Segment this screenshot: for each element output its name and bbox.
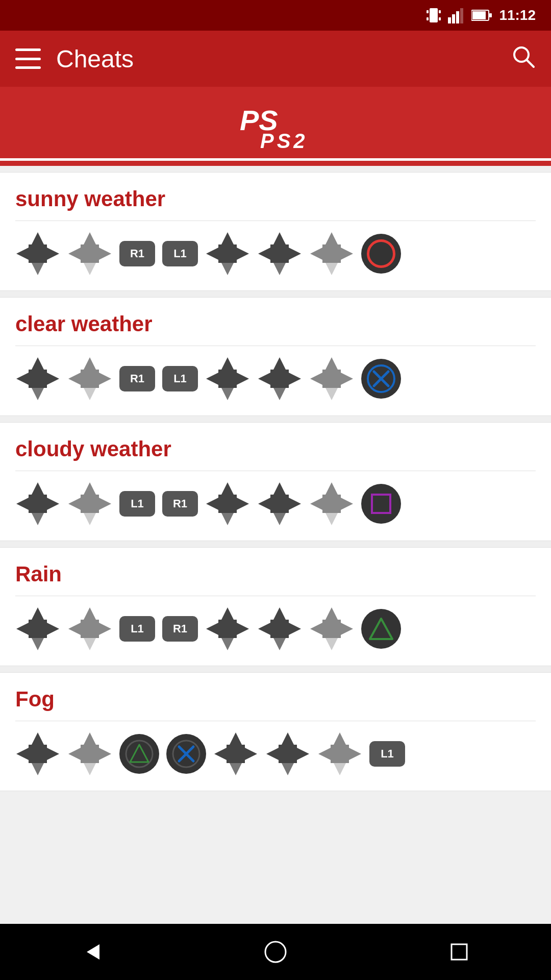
svg-rect-112 xyxy=(218,620,237,638)
dpad-icon-1 xyxy=(15,356,60,401)
l1-button: L1 xyxy=(162,366,198,391)
svg-marker-89 xyxy=(289,498,301,510)
svg-marker-36 xyxy=(289,248,301,260)
svg-marker-115 xyxy=(258,623,270,635)
svg-marker-77 xyxy=(84,513,96,525)
svg-marker-51 xyxy=(99,373,111,385)
svg-rect-5 xyxy=(448,17,451,23)
dpad-icon-3 xyxy=(205,231,250,276)
svg-marker-149 xyxy=(334,732,346,745)
svg-marker-50 xyxy=(68,373,81,385)
svg-marker-144 xyxy=(282,732,294,745)
r1-button: R1 xyxy=(162,616,198,642)
svg-marker-142 xyxy=(245,748,257,760)
svg-rect-122 xyxy=(322,620,341,638)
svg-rect-117 xyxy=(270,620,289,638)
svg-marker-40 xyxy=(310,248,322,260)
svg-marker-83 xyxy=(206,498,218,510)
svg-marker-98 xyxy=(32,607,44,620)
cross-button xyxy=(361,359,401,399)
triangle-button xyxy=(361,609,401,649)
cheat-title-clear-weather: clear weather xyxy=(15,312,536,336)
button-sequence-sunny: R1 L1 xyxy=(15,231,536,276)
svg-marker-91 xyxy=(325,482,338,495)
battery-icon xyxy=(471,9,492,21)
home-button[interactable] xyxy=(255,932,296,972)
svg-marker-30 xyxy=(206,248,218,260)
svg-marker-87 xyxy=(273,513,286,525)
dpad-icon-4 xyxy=(257,231,302,276)
search-button[interactable] xyxy=(510,43,536,74)
svg-rect-6 xyxy=(452,14,455,23)
svg-marker-129 xyxy=(84,732,96,745)
status-time: 11:12 xyxy=(499,7,536,23)
svg-rect-107 xyxy=(81,620,99,638)
svg-marker-154 xyxy=(87,944,99,960)
svg-marker-152 xyxy=(349,748,361,760)
svg-rect-62 xyxy=(270,370,289,388)
svg-marker-121 xyxy=(341,623,353,635)
svg-marker-26 xyxy=(99,248,111,260)
l1-button-end: L1 xyxy=(369,741,405,767)
square-button xyxy=(361,484,401,524)
svg-rect-10 xyxy=(472,11,486,19)
svg-rect-52 xyxy=(81,370,99,388)
button-sequence-clear: R1 L1 xyxy=(15,356,536,401)
l1-button: L1 xyxy=(119,491,155,517)
svg-marker-125 xyxy=(32,763,44,775)
vibrate-icon xyxy=(427,6,441,24)
dpad-icon-4 xyxy=(257,606,302,651)
svg-marker-79 xyxy=(99,498,111,510)
svg-marker-126 xyxy=(16,748,29,760)
dpad-icon-4 xyxy=(257,481,302,526)
cheat-title-sunny-weather: sunny weather xyxy=(15,187,536,211)
svg-marker-140 xyxy=(230,763,242,775)
svg-marker-25 xyxy=(68,248,81,260)
svg-rect-80 xyxy=(81,495,99,513)
svg-marker-74 xyxy=(47,498,59,510)
svg-marker-18 xyxy=(16,248,29,260)
svg-marker-119 xyxy=(325,638,338,650)
dpad-icon-2 xyxy=(67,606,112,651)
svg-marker-64 xyxy=(325,388,338,400)
svg-marker-103 xyxy=(84,607,96,620)
dpad-icon-1 xyxy=(15,731,60,776)
dpad-icon-2 xyxy=(67,731,112,776)
svg-marker-139 xyxy=(230,732,242,745)
svg-marker-110 xyxy=(206,623,218,635)
back-button[interactable] xyxy=(71,932,112,972)
recent-apps-button[interactable] xyxy=(439,932,480,972)
svg-marker-88 xyxy=(258,498,270,510)
svg-marker-33 xyxy=(273,232,286,244)
button-sequence-cloudy: L1 R1 xyxy=(15,481,536,526)
svg-marker-151 xyxy=(318,748,331,760)
svg-marker-120 xyxy=(310,623,322,635)
playstation-logo: PS PS2 xyxy=(230,97,321,153)
svg-rect-7 xyxy=(456,11,459,23)
svg-rect-3 xyxy=(427,17,429,20)
svg-rect-1 xyxy=(427,10,429,13)
menu-button[interactable] xyxy=(15,48,41,69)
dpad-icon-4 xyxy=(265,731,310,776)
signal-icon xyxy=(448,7,464,23)
button-sequence-fog: L1 xyxy=(15,731,536,776)
svg-line-13 xyxy=(527,60,534,67)
svg-marker-124 xyxy=(32,732,44,745)
svg-text:PS2: PS2 xyxy=(260,130,308,152)
svg-marker-72 xyxy=(32,513,44,525)
svg-marker-81 xyxy=(221,482,234,495)
svg-rect-57 xyxy=(218,370,237,388)
status-icons: 11:12 xyxy=(427,6,536,24)
svg-marker-145 xyxy=(282,763,294,775)
r1-button: R1 xyxy=(162,491,198,517)
svg-marker-109 xyxy=(221,638,234,650)
l1-button: L1 xyxy=(119,616,155,642)
svg-marker-118 xyxy=(325,607,338,620)
svg-marker-49 xyxy=(84,388,96,400)
svg-marker-34 xyxy=(273,263,286,275)
content-area: sunny weather R1 L1 xyxy=(0,172,551,791)
dpad-icon-1 xyxy=(15,481,60,526)
svg-marker-54 xyxy=(221,388,234,400)
svg-marker-150 xyxy=(334,763,346,775)
svg-marker-100 xyxy=(16,623,29,635)
